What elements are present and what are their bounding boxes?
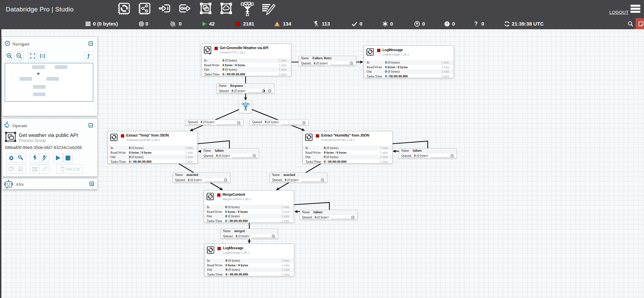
svg-text:DELETE: DELETE xyxy=(66,167,80,171)
svg-text:P: P xyxy=(209,52,211,55)
